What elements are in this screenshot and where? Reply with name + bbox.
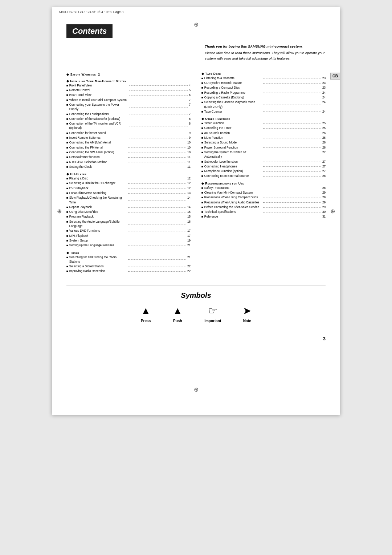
section-installing: ◆ Installing Your Mini-Compact System — [66, 79, 191, 83]
contents-title: Contents — [66, 24, 113, 38]
list-item: ■ Cancelling the Timer 25 — [201, 126, 326, 130]
right-crosshair: ⊕ — [330, 208, 335, 215]
list-item: ■ Where to Install Your Mini-Compact Sys… — [66, 98, 191, 102]
list-item: ■ Insert Remote Batteries 9 — [66, 136, 191, 140]
list-item: ■ 3D Sound Function 26 — [201, 131, 326, 135]
bottom-crosshair: ⊕ — [194, 386, 199, 393]
important-icon: ☞ — [208, 305, 217, 317]
list-item: ■ Connecting the FM Aerial 10 — [66, 146, 191, 150]
section-safety-warnings: Safety Warnings2 — [66, 73, 191, 76]
important-label: Important — [204, 319, 221, 323]
section-recommendations: ◆ Recommendations for Use — [201, 182, 326, 185]
toc-right-col: ◆ Tape Deck ■ Listening to a Cassette 23… — [201, 69, 326, 274]
list-item: ■ Cleaning Your Mini-Compact System 29 — [201, 191, 326, 195]
list-item: ■ Connection of the TV monitor and VCR (… — [66, 122, 191, 131]
note-label: Note — [243, 319, 251, 323]
list-item: ■ Connecting the AM (MW) Aerial 10 — [66, 141, 191, 145]
list-item: ■ Setting the System to Switch off Autom… — [201, 150, 326, 159]
list-item: ■ Tape Counter 24 — [201, 110, 326, 114]
symbols-title: Symbols — [66, 291, 326, 300]
list-item: ■ Connection of the subwoofer (optional)… — [66, 117, 191, 121]
thank-you-text: Thank you for buying this SAMSUNG mini-c… — [205, 44, 326, 49]
press-icon: ▲ — [141, 305, 151, 317]
top-crosshair: ⊕ — [194, 21, 199, 28]
list-item: ■ Front Panel View 4 — [66, 84, 191, 88]
list-item: ■ Playing a Disc 12 — [66, 177, 191, 181]
page-number: 3 — [52, 334, 340, 344]
section-tuner: ◆ Tuner — [66, 251, 191, 255]
list-item: ■ Listening to a Cassette 23 — [201, 76, 326, 81]
page: ⊕ ⊕ ⊕ ⊕ MAX-DS750 GB-1~24 9/19/04 10:59 … — [52, 7, 340, 415]
section-other-functions: ◆ Other Functions — [201, 117, 326, 121]
section-cd-player: ◆ CD-Player — [66, 172, 191, 176]
list-item: ■ Precautions When Using Compact Discs 2… — [201, 195, 326, 200]
list-item: ■ Connecting the Loudspeakers 7 — [66, 112, 191, 117]
list-item: ■ Timer Function 25 — [201, 121, 326, 126]
list-item: ■ Power Surround Function 26 — [201, 146, 326, 150]
list-item: ■ Rear Panel View 6 — [66, 93, 191, 97]
list-item: ■ Reference 31 — [201, 215, 326, 219]
list-item: ■ Technical Specifications 30 — [201, 210, 326, 214]
top-section: Thank you for buying this SAMSUNG mini-c… — [66, 44, 326, 62]
symbol-push: ▲ Push — [172, 305, 183, 323]
list-item: ■ Remote Control 5 — [66, 88, 191, 93]
list-item: ■ Mute Function 26 — [201, 136, 326, 140]
list-item: ■ Setting up the Language Features 21 — [66, 243, 191, 248]
list-item: ■ Copying a Cassette (Dubbing) 24 — [201, 96, 326, 100]
list-item: ■ Recording a Compact Disc 23 — [201, 86, 326, 90]
list-item: ■ MP3 Playback 17 — [66, 234, 191, 238]
gb-badge: GB — [330, 73, 340, 80]
symbols-section: Symbols ▲ Press ▲ Push ☞ Important ➤ Not… — [66, 285, 326, 323]
list-item: ■ Searching for and Storing the Radio St… — [66, 255, 191, 264]
list-item: ■ Demo/Dimmer function 11 — [66, 155, 191, 159]
list-item: ■ Slow Playback/Checking the Remaining T… — [66, 196, 191, 205]
list-item: ■ Selecting a Stored Station 22 — [66, 264, 191, 269]
list-item: ■ Setting the Clock 11 — [66, 165, 191, 169]
main-content: Contents Thank you for buying this SAMSU… — [52, 17, 340, 334]
list-item: ■ CD Synchro Record Feature 23 — [201, 81, 326, 85]
list-item: ■ Connection for better sound 9 — [66, 131, 191, 135]
push-label: Push — [173, 319, 182, 323]
press-label: Press — [141, 319, 151, 323]
header-text: MAX-DS750 GB-1~24 9/19/04 10:59 Page 3 — [59, 10, 123, 14]
list-item: ■ Connecting the SW Aerial (option) 10 — [66, 150, 191, 155]
list-item: ■ Precautions When Using Audio Cassettes… — [201, 200, 326, 205]
list-item: ■ Safety Precautions 28 — [201, 186, 326, 190]
push-icon: ▲ — [172, 305, 183, 317]
list-item: ■ Microphone Function (option) 27 — [201, 169, 326, 174]
list-item: ■ Connecting to an External Source 28 — [201, 174, 326, 178]
left-crosshair: ⊕ — [57, 208, 62, 215]
note-icon: ➤ — [243, 305, 251, 317]
list-item: ■ Recording a Radio Programme 24 — [201, 91, 326, 95]
list-item: ■ Improving Radio Reception 22 — [66, 269, 191, 274]
list-item: ■ Connecting your System to the Power Su… — [66, 103, 191, 112]
list-item: ■ Various DVD Functions 17 — [66, 229, 191, 233]
list-item: ■ Selecting a Disc in the CD changer 12 — [66, 181, 191, 186]
list-item: ■ Selecting a Sound Mode 26 — [201, 141, 326, 145]
list-item: ■ System Setup 19 — [66, 239, 191, 243]
page-header: MAX-DS750 GB-1~24 9/19/04 10:59 Page 3 — [52, 7, 340, 17]
top-left-placeholder — [66, 44, 191, 62]
list-item: ■ Forward/Reverse Searching 13 — [66, 191, 191, 195]
table-of-contents: Safety Warnings2 ◆ Installing Your Mini-… — [66, 69, 326, 274]
section-tape-deck: ◆ Tape Deck — [201, 72, 326, 76]
symbol-important: ☞ Important — [204, 305, 221, 323]
list-item: ■ Repeat Playback 14 — [66, 205, 191, 210]
list-item: ■ Subwoofer Level function 27 — [201, 160, 326, 164]
list-item: ■ Before Contacting the After-Sales Serv… — [201, 205, 326, 210]
list-item: ■ Connecting Headphones 27 — [201, 165, 326, 169]
list-item: ■ Selecting the Cassette Playback Mode (… — [201, 100, 326, 109]
please-text: Please take time to read these instructi… — [205, 50, 326, 61]
list-item: ■ Selecting the Audio Language/Subtitle … — [66, 220, 191, 229]
list-item: ■ Program Playback 15 — [66, 215, 191, 219]
symbol-press: ▲ Press — [141, 305, 151, 323]
symbols-row: ▲ Press ▲ Push ☞ Important ➤ Note — [66, 305, 326, 323]
symbol-note: ➤ Note — [243, 305, 251, 323]
list-item: ■ DVD Playback 12 — [66, 186, 191, 191]
list-item: ■ NTSC/PAL Selection Method 11 — [66, 160, 191, 165]
intro-box: Thank you for buying this SAMSUNG mini-c… — [201, 44, 326, 62]
toc-left-col: Safety Warnings2 ◆ Installing Your Mini-… — [66, 69, 191, 274]
list-item: ■ Using Disc Menu/Title 15 — [66, 210, 191, 214]
